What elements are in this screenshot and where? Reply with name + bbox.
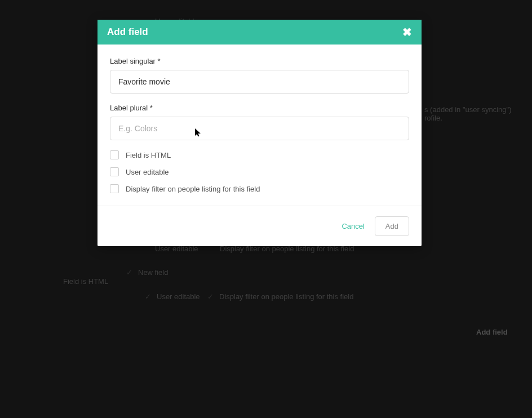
modal-footer: Cancel Add xyxy=(97,206,422,246)
label-plural-input[interactable] xyxy=(110,117,409,140)
field-is-html-row: Field is HTML xyxy=(110,150,409,159)
modal-title: Add field xyxy=(107,26,148,38)
field-is-html-label: Field is HTML xyxy=(126,151,171,159)
close-icon[interactable]: ✖ xyxy=(402,26,412,38)
field-is-html-checkbox[interactable] xyxy=(110,150,119,159)
modal-body: Label singular * Label plural * Field is… xyxy=(97,45,422,206)
display-filter-checkbox[interactable] xyxy=(110,184,119,193)
user-editable-label: User editable xyxy=(126,168,169,176)
add-button[interactable]: Add xyxy=(375,216,409,236)
cancel-button[interactable]: Cancel xyxy=(342,222,364,230)
display-filter-row: Display filter on people listing for thi… xyxy=(110,184,409,193)
display-filter-label: Display filter on people listing for thi… xyxy=(126,185,260,193)
label-plural-label: Label plural * xyxy=(110,104,409,112)
user-editable-checkbox[interactable] xyxy=(110,167,119,176)
label-singular-input[interactable] xyxy=(110,70,409,94)
add-field-modal: Add field ✖ Label singular * Label plura… xyxy=(97,20,422,246)
label-singular-group: Label singular * xyxy=(110,57,409,94)
modal-header: Add field ✖ xyxy=(97,20,422,45)
label-singular-label: Label singular * xyxy=(110,57,409,65)
label-plural-group: Label plural * xyxy=(110,104,409,140)
user-editable-row: User editable xyxy=(110,167,409,176)
